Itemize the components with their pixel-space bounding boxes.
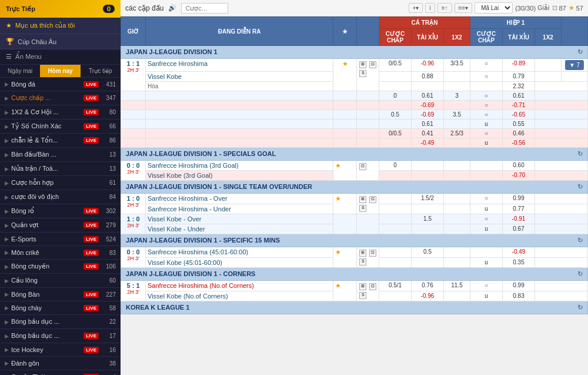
team-link[interactable]: Sanfrecce Hiroshima (45:01-60:00): [148, 248, 248, 255]
sidebar-item-esports[interactable]: ▶ E-Sports LIVE 524: [0, 233, 121, 246]
chart-icon[interactable]: ⊡: [369, 196, 376, 203]
team-name[interactable]: Sanfrecce Hiroshima: [146, 59, 333, 72]
star-cell[interactable]: ★: [333, 194, 357, 214]
team-name[interactable]: Sanfrecce Hiroshima - Under: [146, 204, 333, 214]
sidebar-cup[interactable]: 🏆 Cúp Châu Âu: [0, 34, 121, 49]
sidebar-item-1x2[interactable]: ▶ 1X2 & Cơ Hội ... LIVE 80: [0, 105, 121, 120]
refresh-icon[interactable]: ↻: [577, 150, 583, 158]
team-link[interactable]: Sanfrecce Hiroshima: [148, 60, 208, 67]
score-val[interactable]: 0.99: [503, 194, 535, 204]
speaker-icon[interactable]: 🔊: [168, 4, 176, 12]
team-name[interactable]: Vissel Kobe - Under: [146, 224, 333, 234]
score-val[interactable]: 0.79: [503, 72, 535, 82]
stats-icon[interactable]: ⊞: [359, 61, 366, 68]
cuoc-chap-val[interactable]: 0.88: [412, 72, 444, 82]
sidebar-favorites[interactable]: ★ Mục ưa thích của tôi: [0, 18, 121, 34]
sidebar-item-bong-bau-duc2[interactable]: ▶ Bóng bầu dục ... LIVE 17: [0, 329, 121, 343]
list-btn[interactable]: ≡≡▾: [455, 3, 473, 13]
sidebar-item-cuoc-chap[interactable]: ▶ Cược chấp ... LIVE 347: [0, 91, 121, 105]
stats-icon[interactable]: ⊡: [359, 163, 366, 170]
cuoc-chap-val[interactable]: -0.69: [412, 110, 444, 120]
team-name[interactable]: Sanfrecce Hiroshima - Over: [146, 194, 333, 204]
cuoc-chap-val[interactable]: 0.41: [412, 129, 444, 138]
tab-hom-nay[interactable]: Hôm nay: [40, 65, 80, 77]
team-link[interactable]: Vissel Kobe (3rd Goal): [148, 172, 212, 179]
sidebar-header[interactable]: Trực Tiếp 0: [0, 0, 121, 18]
team-link[interactable]: Vissel Kobe - Over: [148, 215, 202, 223]
cuoc-chap-val[interactable]: -0.49: [412, 138, 444, 148]
sidebar-item-ty-so[interactable]: ▶ Tỷ Số Chính Xác LIVE 66: [0, 120, 121, 134]
sidebar-item-danh-gon[interactable]: ▶ Đánh gôn 38: [0, 357, 121, 370]
refresh-icon[interactable]: ↻: [577, 237, 583, 244]
refresh-icon[interactable]: ↻: [577, 304, 583, 311]
chart-icon[interactable]: ⊡: [369, 283, 376, 290]
cuoc-chap-val[interactable]: 0.61: [412, 91, 444, 101]
score-val[interactable]: 0.67: [503, 224, 535, 234]
score-val[interactable]: 0.77: [503, 204, 535, 214]
team-name[interactable]: Vissel Kobe: [146, 72, 333, 82]
table-container[interactable]: GIỜ ĐANG DIỄN RA ★ CÁ TRẬN HIỆP 1 CƯỢC C…: [121, 16, 588, 375]
team-name[interactable]: Vissel Kobe (No.of Corners): [146, 291, 333, 301]
sidebar-item-cricket[interactable]: ▶ Môn crikê LIVE 83: [0, 246, 121, 260]
sidebar-item-ban-dau[interactable]: ▶ Bàn đầu/Bàn ... 13: [0, 148, 121, 162]
score-val[interactable]: -0.71: [503, 101, 535, 110]
sidebar-item-ice-hockey[interactable]: ▶ Ice Hockey LIVE 16: [0, 343, 121, 357]
sort-btn[interactable]: ≡↑: [437, 3, 452, 13]
stats-icon[interactable]: ⊞: [359, 250, 366, 257]
team-name[interactable]: Sanfrecce Hiroshima (45:01-60:00): [146, 247, 333, 258]
score-val[interactable]: 0.55: [503, 120, 535, 129]
team-name[interactable]: Vissel Kobe (45:01-60:00): [146, 257, 333, 268]
stats-icon[interactable]: ⊞: [359, 283, 366, 290]
score-val[interactable]: 0.60: [503, 161, 535, 171]
sidebar-item-cuoc-doi[interactable]: ▶ cược đôi vô địch 84: [0, 190, 121, 204]
expand-btn[interactable]: ▼ 7: [565, 60, 584, 70]
team-link[interactable]: Sanfrecce Hiroshima - Over: [148, 195, 228, 202]
chart-icon[interactable]: ⊡: [369, 250, 376, 257]
sidebar-item-nua-tran[interactable]: ▶ Nửa trận / Toà... 13: [0, 162, 121, 176]
cuoc-chap-val[interactable]: 0.76: [412, 281, 444, 291]
sidebar-menu-toggle[interactable]: ☰ Ẩn Menu: [0, 49, 121, 65]
stream-icon[interactable]: S: [359, 205, 366, 212]
cuoc-chap-val[interactable]: 1.5: [412, 214, 444, 224]
sidebar-item-cau-long[interactable]: ▶ Cầu lông 60: [0, 274, 121, 288]
refresh-icon[interactable]: ↻: [577, 183, 583, 191]
sidebar-item-bong-chuyen[interactable]: ▶ Bóng chuyền LIVE 106: [0, 260, 121, 274]
tab-truc-tiep[interactable]: Trực tiếp: [81, 65, 121, 77]
star-cell[interactable]: ★: [333, 59, 357, 91]
stream-icon[interactable]: S: [359, 292, 366, 299]
cuoc-chap-val[interactable]: [412, 171, 444, 181]
cuoc-chap-val[interactable]: 1.5/2: [412, 194, 444, 204]
team-name[interactable]: Sanfrecce Hiroshima (No.of Corners): [146, 281, 333, 291]
sidebar-item-quan-vot[interactable]: ▶ Quần vợt LIVE 279: [0, 218, 121, 233]
bet-input[interactable]: [181, 3, 228, 14]
team-link[interactable]: Vissel Kobe (45:01-60:00): [148, 259, 222, 266]
sidebar-item-bong-chay[interactable]: ▶ Bóng chày LIVE 58: [0, 301, 121, 315]
stream-icon[interactable]: S: [359, 70, 366, 77]
star-cell[interactable]: ★: [333, 161, 357, 181]
sidebar-item-chan-le[interactable]: ▶ chẵn lẻ & Tổn... LIVE 86: [0, 134, 121, 148]
refresh-icon[interactable]: ↻: [577, 48, 583, 56]
score-val[interactable]: -0.91: [503, 214, 535, 224]
cuoc-chap-val[interactable]: -0.96: [412, 291, 444, 301]
star-cell[interactable]: ★: [333, 247, 357, 268]
chart-icon[interactable]: ⊡: [369, 61, 376, 68]
cuoc-chap-val[interactable]: -0.96: [412, 59, 444, 72]
sidebar-item-bong-bau-duc1[interactable]: ▶ Bóng bầu dục ... 22: [0, 315, 121, 329]
star-cell[interactable]: [333, 214, 357, 234]
team-name[interactable]: Vissel Kobe (3rd Goal): [146, 171, 333, 181]
ma-lai-select[interactable]: Mã Lai: [475, 2, 513, 14]
cuoc-chap-val[interactable]: 0.5: [412, 247, 444, 258]
team-link[interactable]: Sanfrecce Hiroshima (3rd Goal): [148, 162, 239, 169]
sidebar-item-bong-ro[interactable]: ▶ Bóng rổ LIVE 302: [0, 204, 121, 218]
score-val[interactable]: 0.46: [503, 129, 535, 138]
team-name[interactable]: Vissel Kobe - Over: [146, 214, 333, 224]
plus-btn[interactable]: +▾: [409, 3, 423, 13]
stream-icon[interactable]: S: [359, 258, 366, 266]
score-val[interactable]: 0.99: [503, 281, 535, 291]
star-cell[interactable]: ★: [333, 281, 357, 301]
team-link[interactable]: Vissel Kobe - Under: [148, 225, 205, 233]
score-val[interactable]: 0.61: [503, 91, 535, 101]
cuoc-chap-val[interactable]: 0.61: [412, 120, 444, 129]
team-link[interactable]: Vissel Kobe: [148, 73, 182, 80]
team-link[interactable]: Sanfrecce Hiroshima - Under: [148, 205, 231, 213]
